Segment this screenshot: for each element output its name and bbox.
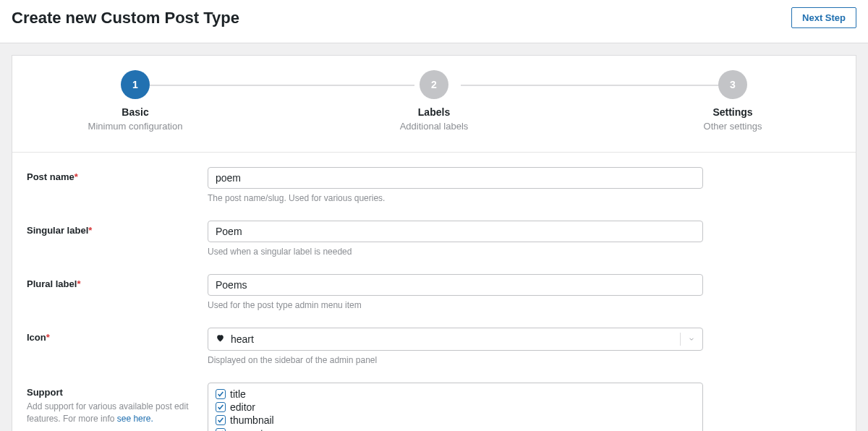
heart-icon [216,333,225,345]
support-help: Add support for various available post e… [27,401,208,425]
next-step-button[interactable]: Next Step [791,7,856,28]
step-desc: Other settings [704,121,762,132]
page-title: Create new Custom Post Type [12,9,239,27]
header-bar: Create new Custom Post Type Next Step [0,0,868,43]
option-label: thumbnail [230,414,274,426]
label-text: Post name [27,171,75,182]
support-option-title: title [216,388,695,401]
stepper: 1 Basic Minimum configuration 2 Labels A… [12,56,856,153]
input-col: Used when a singular label is needed [208,221,703,257]
input-col: Used for the post type admin menu item [208,274,703,310]
step-circle: 1 [121,70,150,99]
input-col: title editor thumbnail excerpt [208,383,703,431]
row-singular: Singular label* Used when a singular lab… [27,221,841,257]
support-option-thumbnail: thumbnail [216,414,695,427]
label-col: Plural label* [27,274,208,289]
step-desc: Minimum configuration [88,121,183,132]
label-col: Singular label* [27,221,208,236]
support-option-editor: editor [216,401,695,414]
label-text: Singular label [27,225,88,236]
step-labels[interactable]: 2 Labels Additional labels [354,70,514,132]
checkbox-excerpt[interactable] [216,428,226,431]
required-mark: * [77,278,80,289]
label-col: Support Add support for various availabl… [27,383,208,425]
icon-label: Icon* [27,332,50,343]
singular-label: Singular label* [27,225,92,236]
icon-selected-value: heart [231,333,254,345]
support-option-excerpt: excerpt [216,427,695,431]
post-name-input[interactable] [208,167,703,189]
post-name-label: Post name* [27,171,78,182]
see-here-link[interactable]: see here. [117,414,153,424]
field-desc: Used when a singular label is needed [208,247,703,257]
icon-select[interactable]: heart [208,328,703,351]
plural-input[interactable] [208,274,703,296]
support-label: Support [27,387,63,398]
required-mark: * [75,171,78,182]
chevron-down-icon [680,333,695,346]
step-settings[interactable]: 3 Settings Other settings [653,70,812,132]
step-title: Settings [712,106,752,118]
main-panel: 1 Basic Minimum configuration 2 Labels A… [12,55,856,431]
row-support: Support Add support for various availabl… [27,383,841,431]
row-icon: Icon* heart Displayed on the sidebar of … [27,328,841,365]
input-col: The post name/slug. Used for various que… [208,167,703,203]
checkbox-thumbnail[interactable] [216,415,226,425]
label-text: Plural label [27,278,77,289]
checkbox-editor[interactable] [216,402,226,412]
support-box: title editor thumbnail excerpt [208,383,703,431]
singular-input[interactable] [208,221,703,242]
checkbox-title[interactable] [216,389,226,399]
form: Post name* The post name/slug. Used for … [12,153,856,431]
row-plural: Plural label* Used for the post type adm… [27,274,841,310]
step-desc: Additional labels [400,121,469,132]
step-title: Labels [418,106,450,118]
help-text: Add support for various available post e… [27,401,188,424]
step-title: Basic [122,106,148,118]
field-desc: The post name/slug. Used for various que… [208,193,703,203]
option-label: excerpt [230,427,263,431]
step-basic[interactable]: 1 Basic Minimum configuration [56,70,215,132]
input-col: heart Displayed on the sidebar of the ad… [208,328,703,365]
label-text: Icon [27,332,46,343]
required-mark: * [46,332,50,343]
label-col: Post name* [27,167,208,182]
step-circle: 3 [718,70,747,99]
field-desc: Used for the post type admin menu item [208,300,703,310]
step-circle: 2 [420,70,448,99]
required-mark: * [88,225,92,236]
row-post-name: Post name* The post name/slug. Used for … [27,167,841,203]
field-desc: Displayed on the sidebar of the admin pa… [208,355,703,365]
option-label: editor [230,401,255,413]
plural-label: Plural label* [27,278,80,289]
option-label: title [230,388,246,400]
label-col: Icon* [27,328,208,343]
